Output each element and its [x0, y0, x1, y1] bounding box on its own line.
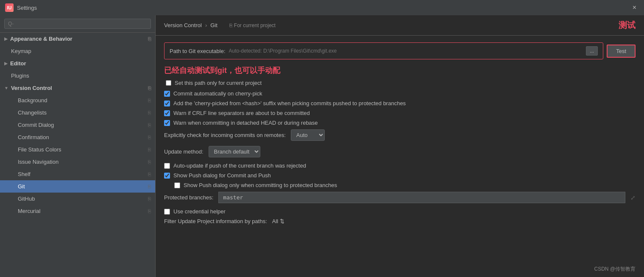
- sidebar-item-label: Commit Dialog: [18, 122, 54, 128]
- checkbox-label-cherry-suffix: Add the 'cherry-picked from <hash>' suff…: [173, 100, 406, 106]
- protected-branches-input[interactable]: [218, 192, 625, 203]
- copy-icon: ⎘: [148, 110, 151, 116]
- copy-icon: ⎘: [148, 98, 151, 104]
- show-push-row: Show Push dialog for Commit and Push: [164, 172, 636, 179]
- copy-icon: ⎘: [148, 184, 151, 190]
- annotation-top: 测试: [619, 20, 636, 31]
- sidebar-item-label: Mercurial: [18, 208, 40, 214]
- path-label: Path to Git executable:: [170, 48, 226, 54]
- annotation-body: 已经自动测试到git，也可以手动配: [164, 65, 636, 76]
- search-bar: [0, 15, 155, 33]
- breadcrumb-sep: ›: [205, 22, 207, 28]
- sidebar-item-editor[interactable]: ▶Editor: [0, 57, 155, 70]
- sidebar-item-appearance[interactable]: ▶Appearance & Behavior⎘: [0, 33, 155, 45]
- copy-icon: ⎘: [148, 159, 151, 165]
- sidebar-item-label: File Status Colors: [18, 146, 61, 153]
- sidebar-item-label: Confirmation: [18, 134, 49, 140]
- panel-header: Version Control › Git ⎘ For current proj…: [156, 15, 644, 36]
- main-content: ▶Appearance & Behavior⎘Keymap▶EditorPlug…: [0, 15, 644, 277]
- path-input[interactable]: [229, 48, 583, 54]
- sidebar-item-plugins[interactable]: Plugins: [0, 70, 155, 82]
- copy-icon: ⎘: [229, 22, 232, 28]
- credential-label: Use credential helper: [173, 208, 226, 215]
- sidebar-item-shelf[interactable]: Shelf⎘: [0, 168, 155, 180]
- credential-checkbox[interactable]: [164, 209, 170, 215]
- copy-icon: ⎘: [148, 85, 151, 91]
- sidebar-item-label: Changelists: [18, 109, 47, 116]
- sidebar-item-label: GitHub: [18, 196, 35, 202]
- sidebar-item-label: Issue Navigation: [18, 159, 59, 165]
- protected-branches-label: Protected branches:: [164, 194, 213, 201]
- protected-branches-row: Protected branches: ⤢: [164, 192, 636, 203]
- update-method-select[interactable]: Branch defaultMergeRebase: [209, 146, 260, 157]
- sidebar-item-filestatuscolors[interactable]: File Status Colors⎘: [0, 143, 155, 156]
- expand-icon[interactable]: ⤢: [630, 194, 636, 201]
- test-button[interactable]: Test: [607, 45, 636, 58]
- main-panel: Version Control › Git ⎘ For current proj…: [156, 15, 644, 277]
- checkbox-row-cherry-suffix: Add the 'cherry-picked from <hash>' suff…: [164, 100, 636, 106]
- sidebar-item-commitdialog[interactable]: Commit Dialog⎘: [0, 119, 155, 131]
- incoming-select[interactable]: AutoAlwaysNever: [291, 129, 325, 141]
- breadcrumb-vc: Version Control: [164, 22, 202, 28]
- show-push-only-checkbox[interactable]: [174, 182, 180, 188]
- sidebar-item-issuenavigation[interactable]: Issue Navigation⎘: [0, 156, 155, 168]
- search-input[interactable]: [4, 19, 151, 29]
- checkbox-detached[interactable]: [164, 120, 170, 126]
- sidebar-item-git[interactable]: Git⎘: [0, 180, 155, 193]
- arrow-icon: ▼: [4, 86, 8, 90]
- auto-update-label: Auto-update if push of the current branc…: [173, 162, 306, 169]
- sidebar-item-label: Git: [18, 183, 25, 190]
- chevron-icon: ⇅: [280, 218, 284, 224]
- app-icon: IU: [5, 3, 14, 12]
- arrow-icon: ▶: [4, 36, 8, 41]
- sidebar-item-mercurial[interactable]: Mercurial⎘: [0, 205, 155, 217]
- copy-icon: ⎘: [148, 134, 151, 140]
- checkbox-row-detached: Warn when committing in detached HEAD or…: [164, 120, 636, 126]
- auto-update-row: Auto-update if push of the current branc…: [164, 162, 636, 169]
- copy-icon: ⎘: [148, 147, 151, 153]
- sidebar-item-background[interactable]: Background⎘: [0, 94, 155, 106]
- checkbox-cherry-suffix[interactable]: [164, 101, 170, 106]
- sidebar-item-versioncontrol[interactable]: ▼Version Control⎘: [0, 82, 155, 94]
- checkbox-cherry-pick[interactable]: [164, 91, 170, 97]
- close-button[interactable]: ×: [630, 3, 639, 12]
- set-path-row: Set this path only for current project: [164, 80, 636, 86]
- breadcrumb-git: Git: [210, 22, 217, 28]
- set-path-checkbox[interactable]: [166, 80, 171, 86]
- checkbox-crlf[interactable]: [164, 110, 170, 116]
- browse-button[interactable]: ...: [586, 46, 598, 56]
- checkbox-label-crlf: Warn if CRLF line separators are about t…: [173, 110, 310, 116]
- credential-row: Use credential helper: [164, 208, 636, 215]
- sidebar-item-label: Shelf: [18, 171, 31, 177]
- credit: CSDN @传智教育: [594, 266, 636, 273]
- auto-update-checkbox[interactable]: [164, 163, 170, 169]
- set-path-label: Set this path only for current project: [175, 80, 262, 86]
- checkbox-label-cherry-pick: Commit automatically on cherry-pick: [173, 90, 262, 97]
- copy-icon: ⎘: [148, 36, 151, 42]
- sidebar-item-changelists[interactable]: Changelists⎘: [0, 106, 155, 119]
- app-title: Settings: [17, 5, 37, 11]
- checkbox-row-crlf: Warn if CRLF line separators are about t…: [164, 110, 636, 116]
- show-push-checkbox[interactable]: [164, 173, 170, 179]
- sidebar-item-label: Keymap: [11, 48, 31, 54]
- sidebar-item-github[interactable]: GitHub⎘: [0, 193, 155, 205]
- incoming-label: Explicitly check for incoming commits on…: [164, 132, 286, 138]
- show-push-only-row: Show Push dialog only when committing to…: [164, 182, 636, 188]
- panel-body: Path to Git executable: ... Test 已经自动测试到…: [156, 36, 644, 231]
- sidebar: ▶Appearance & Behavior⎘Keymap▶EditorPlug…: [0, 15, 156, 277]
- sidebar-item-label: Background: [18, 97, 47, 104]
- checkbox-row-cherry-pick: Commit automatically on cherry-pick: [164, 90, 636, 97]
- incoming-row: Explicitly check for incoming commits on…: [164, 129, 636, 141]
- copy-icon: ⎘: [148, 122, 151, 128]
- filter-value[interactable]: All ⇅: [272, 218, 284, 224]
- sidebar-item-confirmation[interactable]: Confirmation⎘: [0, 131, 155, 143]
- sidebar-item-keymap[interactable]: Keymap: [0, 45, 155, 57]
- copy-icon: ⎘: [148, 171, 151, 177]
- for-current-project: ⎘ For current project: [229, 22, 276, 28]
- update-method-row: Update method: Branch defaultMergeRebase: [164, 146, 636, 157]
- title-bar-left: IU Settings: [5, 3, 37, 12]
- update-method-label: Update method:: [164, 148, 204, 155]
- filter-label: Filter Update Project information by pat…: [164, 218, 267, 224]
- path-box: Path to Git executable: ...: [164, 42, 603, 59]
- show-push-only-label: Show Push dialog only when committing to…: [184, 182, 337, 188]
